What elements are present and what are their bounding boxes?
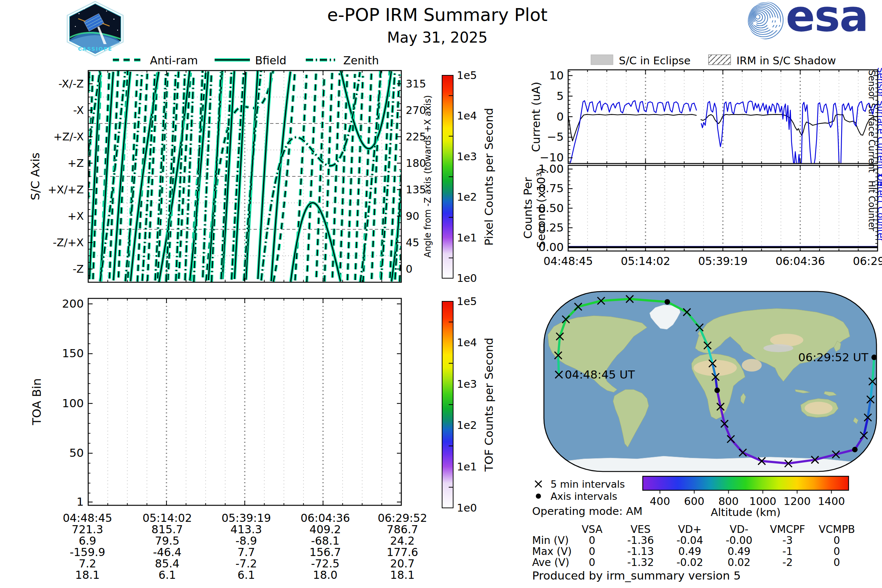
counts-tick-label: 0.00 (538, 240, 564, 254)
colorbar-tick-label: 1e1 (457, 460, 477, 473)
counts-plot: 1.000.750.500.250.0004:48:4505:14:0205:3… (538, 162, 882, 267)
current-tick-label: −5 (547, 130, 564, 143)
terrain-outback (805, 402, 833, 414)
colorbar-tick-label: 1e2 (457, 419, 477, 432)
axis-interval-marker (664, 299, 670, 304)
terrain-himalaya (763, 344, 793, 352)
toa-tick-label: 150 (62, 346, 84, 360)
time-tick-label: 05:39:19 (698, 255, 748, 267)
toa-plot: 150100150200 (62, 297, 401, 508)
world-map: 04:48:45 UT06:29:52 UT (535, 291, 877, 499)
colorbar-tick-label: 1e5 (457, 295, 477, 308)
counts-tick-label: 0.25 (538, 221, 564, 234)
sc-axis-tick-label: +Z/-X (53, 130, 84, 143)
axis-interval-marker (852, 447, 858, 452)
toa-tick-label: 100 (62, 396, 84, 410)
toa-tick-label: 200 (62, 297, 84, 310)
current-plot: 1050−5−10 (540, 69, 878, 168)
sc-axis-tick-label: +X (68, 210, 84, 222)
altitude-tick-label: 600 (684, 495, 704, 507)
counts-tick-label: 0.75 (538, 182, 564, 195)
angle-tick-label: 45 (406, 236, 419, 249)
charts-canvas: -X/-Z-X+Z/-X+Z+X/+Z+X-Z/+X-Z045901351802… (0, 0, 882, 588)
altitude-tick-label: 400 (650, 495, 670, 507)
altitude-tick-label: 800 (718, 495, 739, 507)
legend-dot-marker-icon (536, 494, 541, 499)
axis-interval-marker (714, 388, 720, 393)
angle-tick-label: 90 (406, 210, 419, 222)
ground-track-segment (558, 356, 559, 375)
colorbar-tick-label: 1e3 (457, 150, 477, 163)
colorbar-tick-label: 1e1 (457, 231, 477, 244)
colorbar-tick-label: 1e4 (457, 110, 477, 122)
colorbar-tick-label: 1e5 (457, 69, 477, 82)
sc-axis-tick-label: -X (73, 104, 84, 117)
current-tick-label: 5 (556, 89, 564, 102)
eclipse-legend-samples (591, 55, 730, 64)
sc-axis-tick-label: -Z/+X (53, 236, 84, 249)
current-tick-label: 0 (556, 110, 564, 123)
colorbar-tick-label: 1e0 (457, 502, 477, 514)
angle-tick-label: 225 (406, 130, 426, 143)
sc-axis-tick-label: +Z (68, 157, 84, 170)
angle-tick-label: 315 (406, 78, 426, 90)
time-tick-label: 06:04:36 (776, 255, 825, 267)
altitude-colorbar: 400600800100012001400 (643, 476, 849, 507)
angle-tick-label: 180 (406, 157, 426, 170)
track-start-label: 04:48:45 UT (565, 368, 635, 381)
toa-tick-label: 50 (69, 446, 84, 459)
tof-colorbar: 1e51e41e31e21e11e0 (442, 295, 477, 514)
time-tick-label: 05:14:02 (621, 255, 670, 267)
pixel-colorbar: 1e51e41e31e21e11e0 (442, 69, 477, 285)
angle-tick-label: 0 (406, 263, 412, 275)
counts-tick-label: 0.50 (538, 201, 564, 214)
epop-irm-summary-page: CASSIOPE e-POP IRM Summary Plot May 31, … (0, 0, 882, 588)
colorbar-tick-label: 1e0 (457, 272, 477, 285)
altitude-tick-label: 1200 (783, 495, 811, 507)
time-tick-label: 04:48:45 (543, 255, 593, 267)
terrain-arabia (742, 359, 762, 372)
colorbar-tick-label: 1e3 (457, 378, 477, 390)
angle-tick-label: 135 (406, 183, 426, 196)
colorbar-tick-label: 1e2 (457, 191, 477, 203)
altitude-tick-label: 1000 (749, 495, 777, 507)
legend-x-marker-icon (535, 481, 542, 487)
altitude-tick-label: 1400 (818, 495, 845, 507)
sc-axis-plot: -X/-Z-X+Z/-X+Z+X/+Z+X-Z/+X-Z045901351802… (48, 70, 426, 282)
time-tick-label: 06:29:52 (853, 255, 882, 267)
sc-axis-tick-label: -X/-Z (58, 78, 84, 90)
angle-tick-label: 270 (406, 104, 426, 117)
sc-axis-tick-label: -Z (73, 263, 84, 275)
track-end-label: 06:29:52 UT (798, 351, 869, 364)
colorbar-tick-label: 1e4 (457, 336, 477, 349)
current-tick-label: 10 (549, 69, 564, 82)
counts-tick-label: 1.00 (538, 162, 564, 175)
sc-axis-tick-label: +X/+Z (48, 183, 84, 196)
toa-tick-label: 1 (76, 495, 84, 508)
